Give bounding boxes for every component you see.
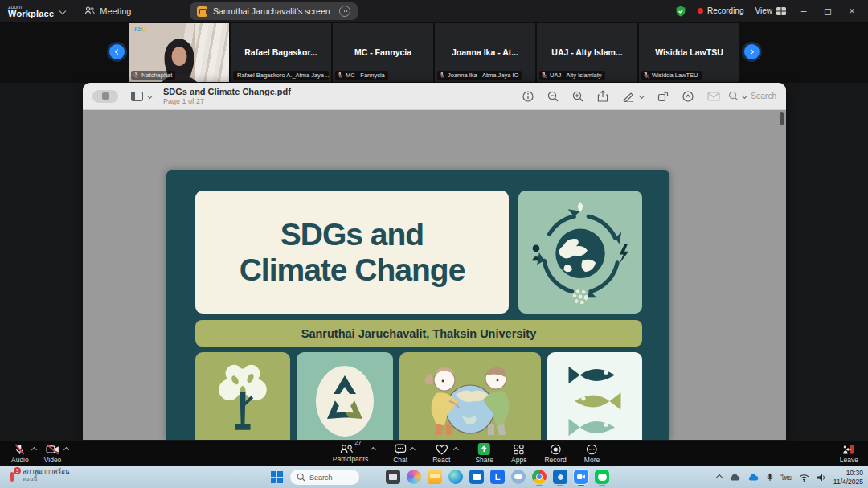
- more-button[interactable]: More: [584, 441, 600, 466]
- onedrive-cloud-icon[interactable]: [747, 474, 759, 481]
- edge-icon[interactable]: [448, 470, 463, 484]
- weather-title: สภาพอากาศร้อน: [23, 469, 69, 476]
- rotate-icon[interactable]: [657, 91, 669, 102]
- zoom-app-icon[interactable]: [574, 470, 588, 484]
- audio-button[interactable]: Audio: [11, 441, 29, 466]
- participant-tile[interactable]: Wisidda LawTSU Wisidda LawTSU: [639, 23, 739, 82]
- microsoft-store-icon[interactable]: [469, 470, 484, 484]
- search-placeholder: Search: [751, 92, 776, 100]
- zoom-in-icon[interactable]: [572, 91, 583, 102]
- mic-muted-icon: [14, 444, 26, 455]
- zoom-out-icon[interactable]: [547, 91, 559, 102]
- participant-name-badge: MC - Fannycia: [335, 71, 388, 80]
- audio-options-chevron-icon[interactable]: [31, 446, 37, 452]
- chevron-left-icon: [115, 49, 121, 55]
- remote-control-pill-button[interactable]: [92, 90, 118, 103]
- markup-chevron-down-icon[interactable]: [639, 93, 645, 99]
- vertical-scrollbar[interactable]: [780, 112, 784, 125]
- pdf-search-field[interactable]: Search: [728, 91, 776, 101]
- outlook-icon[interactable]: [553, 470, 567, 484]
- system-tray: ไทย 10:30 11/4/2025: [717, 466, 863, 488]
- next-participants-button[interactable]: [744, 44, 760, 59]
- chrome-icon[interactable]: [532, 470, 547, 484]
- mic-muted-icon: [643, 72, 649, 79]
- view-label: View: [755, 6, 773, 15]
- participant-tile[interactable]: Rafael Bagaskor... Rafael Bagaskoro A._A…: [231, 23, 331, 82]
- leave-button[interactable]: Leave: [840, 441, 858, 466]
- taskbar-weather-widget[interactable]: 3 สภาพอากาศร้อน ตอนนี้: [6, 468, 69, 482]
- share-button[interactable]: Share: [475, 441, 493, 466]
- tab-shared-screen[interactable]: Sanruthai Jaruchavalit's screen: [190, 2, 358, 20]
- chevron-right-icon: [748, 49, 754, 55]
- sidebar-chevron-down-icon[interactable]: [147, 93, 153, 99]
- shield-check-icon[interactable]: [675, 6, 686, 17]
- sidebar-toggle-icon[interactable]: [131, 92, 143, 101]
- pdf-content-area[interactable]: SDGs and Climate Change: [83, 110, 786, 440]
- participant-name-badge: Natchaphat: [131, 71, 175, 80]
- mic-muted-icon: [337, 72, 343, 79]
- participant-tile[interactable]: Joanna Ika - At... Joanna Ika - Atma Jay…: [435, 23, 535, 82]
- more-icon: [586, 444, 598, 455]
- react-button[interactable]: React: [432, 441, 450, 466]
- pdf-toolbar: SDGs and Climate Change.pdf Page 1 of 27: [83, 83, 786, 110]
- file-explorer-icon[interactable]: [428, 470, 442, 484]
- tray-hidden-icons-chevron[interactable]: [715, 474, 722, 480]
- l-app-icon[interactable]: L: [490, 470, 505, 484]
- recording-dot-icon: [698, 8, 703, 14]
- slide-globe-panel: [518, 191, 642, 314]
- participants-options-chevron-icon[interactable]: [371, 446, 376, 452]
- view-button[interactable]: View: [755, 6, 787, 15]
- chat-button[interactable]: Chat: [393, 441, 407, 466]
- slide-author-text: Sanruthai Jaruchavalit, Thaksin Universi…: [301, 327, 537, 340]
- close-button[interactable]: ×: [845, 6, 858, 17]
- upload-circle-icon[interactable]: [682, 91, 694, 102]
- participant-tile[interactable]: MC - Fannycia MC - Fannycia: [333, 23, 433, 82]
- participant-tile[interactable]: UAJ - Alty Islam... UAJ - Alty Islamiaty: [537, 23, 637, 82]
- taskbar-search-box[interactable]: Search: [290, 470, 359, 485]
- line-app-icon[interactable]: [595, 470, 609, 484]
- volume-icon[interactable]: [817, 474, 826, 482]
- tab-more-icon[interactable]: [339, 6, 350, 17]
- apps-button[interactable]: Apps: [511, 441, 526, 466]
- slide-page: SDGs and Climate Change: [166, 170, 669, 440]
- tray-cloud-dark-icon[interactable]: [729, 474, 740, 481]
- leave-icon: [842, 444, 855, 455]
- language-indicator[interactable]: ไทย: [781, 473, 792, 482]
- minimize-button[interactable]: –: [797, 6, 810, 17]
- participants-icon: [339, 444, 353, 454]
- wifi-icon[interactable]: [799, 474, 809, 482]
- globe-cycle-illustration: [529, 201, 632, 304]
- taskbar-clock[interactable]: 10:30 11/4/2025: [833, 469, 863, 486]
- participants-button[interactable]: 27 Participants: [333, 441, 368, 466]
- task-view-icon[interactable]: [386, 470, 400, 484]
- pdf-page-indicator: Page 1 of 27: [163, 97, 291, 105]
- apps-icon: [513, 444, 525, 455]
- tab-meeting[interactable]: Meeting: [76, 6, 139, 16]
- search-icon: [728, 91, 739, 101]
- shared-screen-area: SDGs and Climate Change.pdf Page 1 of 27: [0, 83, 868, 441]
- slide-author-bar: Sanruthai Jaruchavalit, Thaksin Universi…: [195, 320, 642, 347]
- video-options-chevron-icon[interactable]: [63, 446, 69, 452]
- start-button[interactable]: [271, 471, 283, 483]
- clock-date: 11/4/2025: [833, 478, 863, 486]
- weather-badge: 3: [14, 467, 21, 474]
- copilot-icon[interactable]: [407, 470, 421, 484]
- taskbar-search-placeholder: Search: [309, 474, 333, 482]
- mic-muted-icon: [133, 72, 139, 79]
- video-button[interactable]: Video: [44, 441, 62, 466]
- record-button[interactable]: Record: [544, 441, 566, 466]
- maximize-button[interactable]: ◻: [821, 6, 834, 17]
- info-icon[interactable]: [522, 91, 534, 102]
- participant-name-badge: UAJ - Alty Islamiaty: [539, 71, 605, 80]
- react-options-chevron-icon[interactable]: [452, 446, 458, 452]
- participant-tile-video[interactable]: TSU~~~ Natchaphat: [129, 23, 229, 82]
- chat-options-chevron-icon[interactable]: [410, 446, 416, 452]
- tsu-logo: TSU~~~: [133, 26, 146, 37]
- share-export-icon[interactable]: [597, 90, 608, 102]
- participants-count: 27: [354, 439, 361, 446]
- cloud-app-icon[interactable]: [511, 470, 526, 484]
- previous-participants-button[interactable]: [109, 44, 125, 59]
- workspace-chevron-down-icon[interactable]: [59, 7, 66, 14]
- tray-mic-icon[interactable]: [766, 473, 774, 482]
- markup-pen-icon[interactable]: [622, 91, 635, 102]
